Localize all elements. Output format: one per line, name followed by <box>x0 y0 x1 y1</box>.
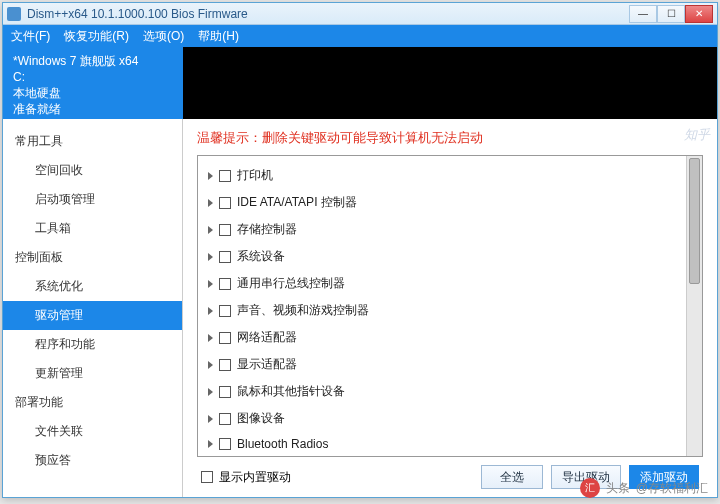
expand-icon[interactable] <box>208 334 213 342</box>
menubar: 文件(F) 恢复功能(R) 选项(O) 帮助(H) <box>3 25 717 47</box>
item-label: 存储控制器 <box>237 221 297 238</box>
expand-icon[interactable] <box>208 361 213 369</box>
close-button[interactable]: ✕ <box>685 5 713 23</box>
item-label: 鼠标和其他指针设备 <box>237 383 345 400</box>
list-item[interactable]: 存储控制器 <box>202 216 682 243</box>
list-item[interactable]: 鼠标和其他指针设备 <box>202 378 682 405</box>
show-builtin-option[interactable]: 显示内置驱动 <box>201 469 291 486</box>
export-driver-button[interactable]: 导出驱动 <box>551 465 621 489</box>
window-title: Dism++x64 10.1.1000.100 Bios Firmware <box>27 7 629 21</box>
checkbox[interactable] <box>219 278 231 290</box>
disk-type: 本地硬盘 <box>13 85 173 101</box>
item-label: 打印机 <box>237 167 273 184</box>
expand-icon[interactable] <box>208 307 213 315</box>
checkbox[interactable] <box>219 438 231 450</box>
minimize-button[interactable]: — <box>629 5 657 23</box>
system-info-block: *Windows 7 旗舰版 x64 C: 本地硬盘 准备就绪 <box>3 47 717 119</box>
list-item[interactable]: Bluetooth Radios <box>202 432 682 456</box>
item-label: 图像设备 <box>237 410 285 427</box>
os-name: *Windows 7 旗舰版 x64 <box>13 53 173 69</box>
show-builtin-label: 显示内置驱动 <box>219 469 291 486</box>
sidebar-item-fileassoc[interactable]: 文件关联 <box>3 417 182 446</box>
checkbox[interactable] <box>219 413 231 425</box>
expand-icon[interactable] <box>208 415 213 423</box>
app-icon <box>7 7 21 21</box>
sidebar-item-programs[interactable]: 程序和功能 <box>3 330 182 359</box>
expand-icon[interactable] <box>208 172 213 180</box>
checkbox[interactable] <box>219 251 231 263</box>
checkbox[interactable] <box>219 197 231 209</box>
menu-file[interactable]: 文件(F) <box>11 28 50 45</box>
item-label: IDE ATA/ATAPI 控制器 <box>237 194 357 211</box>
checkbox[interactable] <box>219 170 231 182</box>
info-blank <box>183 47 717 119</box>
expand-icon[interactable] <box>208 253 213 261</box>
expand-icon[interactable] <box>208 226 213 234</box>
maximize-button[interactable]: ☐ <box>657 5 685 23</box>
sidebar-group-deploy: 部署功能 <box>3 388 182 417</box>
scrollbar-thumb[interactable] <box>689 158 700 284</box>
checkbox[interactable] <box>219 332 231 344</box>
expand-icon[interactable] <box>208 440 213 448</box>
expand-icon[interactable] <box>208 199 213 207</box>
sidebar-item-drivers[interactable]: 驱动管理 <box>3 301 182 330</box>
sidebar-group-common: 常用工具 <box>3 127 182 156</box>
status-text: 准备就绪 <box>13 101 173 117</box>
bottom-toolbar: 显示内置驱动 全选 导出驱动 添加驱动 <box>197 457 703 489</box>
item-label: 网络适配器 <box>237 329 297 346</box>
list-item[interactable]: 通用串行总线控制器 <box>202 270 682 297</box>
sidebar-group-control: 控制面板 <box>3 243 182 272</box>
item-label: 系统设备 <box>237 248 285 265</box>
item-label: 通用串行总线控制器 <box>237 275 345 292</box>
list-item[interactable]: 显示适配器 <box>202 351 682 378</box>
driver-list[interactable]: 打印机 IDE ATA/ATAPI 控制器 存储控制器 系统设备 通用串行总线控… <box>198 156 686 456</box>
list-item[interactable]: 网络适配器 <box>202 324 682 351</box>
select-all-button[interactable]: 全选 <box>481 465 543 489</box>
list-item[interactable]: 打印机 <box>202 162 682 189</box>
sidebar-item-startup[interactable]: 启动项管理 <box>3 185 182 214</box>
sidebar-item-updates[interactable]: 更新管理 <box>3 359 182 388</box>
checkbox[interactable] <box>219 305 231 317</box>
drive-letter: C: <box>13 69 173 85</box>
checkbox[interactable] <box>219 359 231 371</box>
main-panel: 温馨提示：删除关键驱动可能导致计算机无法启动 打印机 IDE ATA/ATAPI… <box>183 119 717 497</box>
sidebar-item-toolbox[interactable]: 工具箱 <box>3 214 182 243</box>
item-label: 显示适配器 <box>237 356 297 373</box>
body: 常用工具 空间回收 启动项管理 工具箱 控制面板 系统优化 驱动管理 程序和功能… <box>3 119 717 497</box>
list-item[interactable]: 图像设备 <box>202 405 682 432</box>
expand-icon[interactable] <box>208 280 213 288</box>
menu-help[interactable]: 帮助(H) <box>198 28 239 45</box>
expand-icon[interactable] <box>208 388 213 396</box>
sidebar-item-unattend[interactable]: 预应答 <box>3 446 182 475</box>
menu-recover[interactable]: 恢复功能(R) <box>64 28 129 45</box>
menu-options[interactable]: 选项(O) <box>143 28 184 45</box>
warning-text: 温馨提示：删除关键驱动可能导致计算机无法启动 <box>197 129 703 147</box>
sidebar: 常用工具 空间回收 启动项管理 工具箱 控制面板 系统优化 驱动管理 程序和功能… <box>3 119 183 497</box>
sidebar-item-space[interactable]: 空间回收 <box>3 156 182 185</box>
item-label: 声音、视频和游戏控制器 <box>237 302 369 319</box>
list-item[interactable]: 系统设备 <box>202 243 682 270</box>
list-item[interactable]: IDE ATA/ATAPI 控制器 <box>202 189 682 216</box>
app-window: Dism++x64 10.1.1000.100 Bios Firmware — … <box>2 2 718 498</box>
driver-list-container: 打印机 IDE ATA/ATAPI 控制器 存储控制器 系统设备 通用串行总线控… <box>197 155 703 457</box>
list-item[interactable]: 声音、视频和游戏控制器 <box>202 297 682 324</box>
checkbox[interactable] <box>219 386 231 398</box>
item-label: Bluetooth Radios <box>237 437 328 451</box>
system-info-panel[interactable]: *Windows 7 旗舰版 x64 C: 本地硬盘 准备就绪 <box>3 47 183 119</box>
checkbox[interactable] <box>219 224 231 236</box>
add-driver-button[interactable]: 添加驱动 <box>629 465 699 489</box>
checkbox[interactable] <box>201 471 213 483</box>
titlebar[interactable]: Dism++x64 10.1.1000.100 Bios Firmware — … <box>3 3 717 25</box>
sidebar-item-optimize[interactable]: 系统优化 <box>3 272 182 301</box>
scrollbar[interactable] <box>686 156 702 456</box>
window-controls: — ☐ ✕ <box>629 5 713 23</box>
